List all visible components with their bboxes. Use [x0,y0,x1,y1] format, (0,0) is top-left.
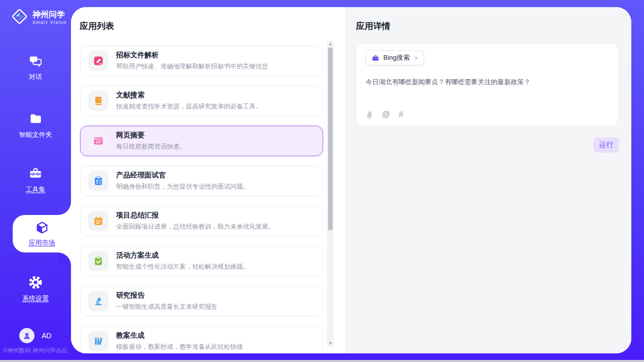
app-card-list: 招标文件解析 帮助用户快速、准确地理解和解析招标书中的关键信息 文献搜索 快速精… [71,46,345,353]
app-list-title: 应用列表 [80,20,345,32]
app-card-title: 产品经理面试官 [116,171,249,180]
selected-tab-curve-bottom [58,252,71,266]
sidebar-item-label: 对话 [29,73,42,82]
hash-icon[interactable]: # [399,110,403,119]
tool-tag-label: Bing搜索 [383,53,410,62]
sidebar-item-label: 智能文件夹 [19,130,52,139]
sidebar-item-label: 应用市场 [29,238,55,247]
app-list-scrollbar[interactable]: ▲ ▼ [327,41,334,346]
app-card-desc: 全面回顾项目进展，总结经验教训，助力未来优化发展。 [116,223,275,231]
scroll-up-icon[interactable]: ▲ [327,42,334,46]
copyright-text: ©神州数码·神州问学出品 [3,347,71,354]
sidebar: 神州问学 Smart Vision 对话 智能文件夹 [0,0,71,362]
brand-diamond-icon [10,7,29,28]
sidebar-item-smart-folder[interactable]: 智能文件夹 [0,112,71,139]
app-card-desc: 每日政府新闻资讯快查。 [116,142,186,151]
main-panel: 应用列表 招标文件解析 帮助用户快速、准确地理解和解析招标书中的关键信息 [71,7,631,353]
brand-logo: 神州问学 Smart Vision [10,7,66,28]
microscope-icon [88,291,109,311]
app-card-title: 活动方案生成 [116,251,249,260]
toolbox-icon [28,166,43,180]
scrollbar-thumb[interactable] [328,48,333,230]
app-card-title: 研究报告 [116,291,218,300]
mention-icon[interactable]: @ [382,110,390,119]
prompt-input-card[interactable]: Bing搜索 × 今日湖北有哪些新闻要点？有哪些需要关注的最新政策？ @ # [355,43,619,126]
app-card-title: 网页摘要 [116,131,186,140]
app-detail-title: 应用详情 [356,20,619,32]
run-button[interactable]: 运行 [593,137,619,153]
close-icon[interactable]: × [414,54,418,62]
sidebar-item-label: 工具集 [26,185,46,194]
app-list-panel: 应用列表 招标文件解析 帮助用户快速、准确地理解和解析招标书中的关键信息 [71,7,345,353]
user-initials: AD [42,332,51,340]
app-card-title: 招标文件解析 [116,51,268,60]
calendar-note-icon [88,211,109,231]
clipboard-check-icon [88,251,109,271]
app-card-desc: 帮助用户快速、准确地理解和解析招标书中的关键信息 [116,62,268,71]
selected-tab-curve-top [58,202,71,215]
cube-icon [35,221,49,235]
books-icon [88,331,109,351]
gear-icon [28,275,43,289]
sidebar-item-toolset[interactable]: 工具集 [0,166,71,194]
folder-icon [28,112,43,126]
brand-subtitle: Smart Vision [32,20,66,25]
clipboard-person-icon [88,171,109,191]
app-card-desc: 快速精准查找学术资源，提高研究效率的必备工具。 [116,102,262,111]
app-card-desc: 智能生成个性化活动方案，轻松解决规划难题。 [116,263,249,271]
tool-tag-bing-search[interactable]: Bing搜索 × [366,50,424,65]
app-card-activity-plan[interactable]: 活动方案生成 智能生成个性化活动方案，轻松解决规划难题。 [80,246,323,276]
app-card-title: 项目总结汇报 [116,211,275,220]
sidebar-item-chat[interactable]: 对话 [0,54,71,82]
prompt-toolbar: @ # [366,110,403,119]
prompt-text[interactable]: 今日湖北有哪些新闻要点？有哪些需要关注的最新政策？ [366,77,609,87]
app-card-desc: 模板驱动，教案秒成，教学准备从此轻松快捷 [116,343,243,351]
chat-icon [28,54,43,68]
document-edit-icon [88,51,109,71]
book-icon [88,91,109,111]
sidebar-item-label: 系统设置 [22,294,49,303]
app-card-desc: 明确身份和职责，为您提供专业性的面试问题。 [116,183,249,191]
app-card-web-summary[interactable]: 网页摘要 每日政府新闻资讯快查。 [80,126,323,156]
bottom-edge-strip [0,360,644,362]
app-detail-panel: 应用详情 Bing搜索 × 今日湖北有哪些新闻要点？有哪些需要关注的最新政策？ [345,7,631,353]
app-card-research-report[interactable]: 研究报告 一键智能生成高质量长文本研究报告 [80,286,323,316]
sidebar-item-settings[interactable]: 系统设置 [0,275,71,303]
sidebar-item-app-market[interactable]: 应用市场 [13,215,71,252]
browser-code-icon [88,131,109,151]
user-account[interactable]: AD [19,328,51,343]
app-card-project-summary[interactable]: 项目总结汇报 全面回顾项目进展，总结经验教训，助力未来优化发展。 [80,206,323,236]
app-card-pm-interviewer[interactable]: 产品经理面试官 明确身份和职责，为您提供专业性的面试问题。 [80,166,323,196]
briefcase-icon [372,54,379,62]
app-card-title: 教案生成 [116,331,243,340]
app-card-literature-search[interactable]: 文献搜索 快速精准查找学术资源，提高研究效率的必备工具。 [80,86,323,116]
app-card-tender-parse[interactable]: 招标文件解析 帮助用户快速、准确地理解和解析招标书中的关键信息 [80,46,323,76]
app-card-desc: 一键智能生成高质量长文本研究报告 [116,303,218,311]
avatar [19,328,34,343]
app-card-title: 文献搜索 [116,91,262,100]
brand-name: 神州问学 [32,10,66,19]
scroll-down-icon[interactable]: ▼ [327,341,334,345]
attachment-icon[interactable] [366,111,373,119]
app-card-lesson-plan[interactable]: 教案生成 模板驱动，教案秒成，教学准备从此轻松快捷 [80,326,323,353]
